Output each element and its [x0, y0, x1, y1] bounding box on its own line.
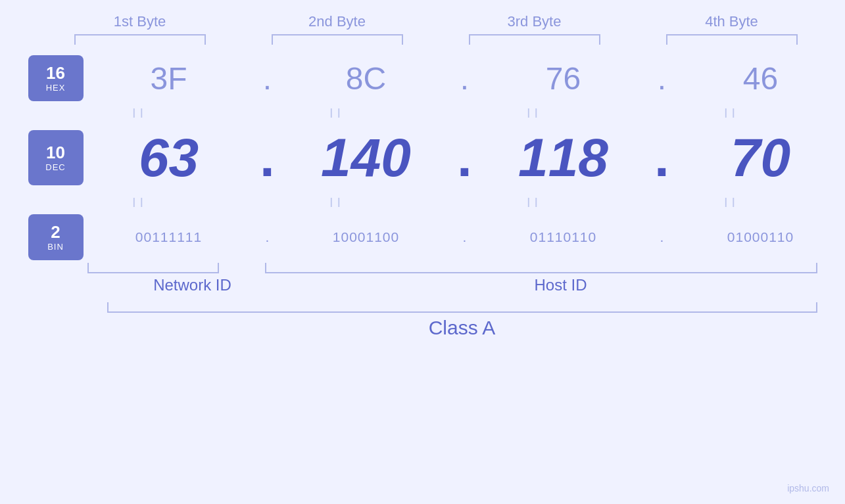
watermark: ipshu.com: [787, 483, 829, 493]
eq-dec-3: II: [449, 195, 620, 210]
eq-2: II: [252, 106, 423, 121]
dot-bin-2: .: [452, 229, 478, 245]
hex-byte-4: 46: [675, 60, 846, 97]
hex-byte-2: 8C: [281, 60, 452, 97]
bin-byte-3: 01110110: [478, 229, 649, 245]
hex-badge: 16 HEX: [28, 55, 84, 101]
bin-base-num: 2: [51, 223, 60, 242]
eq-1: II: [55, 106, 226, 121]
dec-base-num: 10: [46, 143, 65, 162]
dot-bin-1: .: [254, 229, 281, 245]
eq-3: II: [449, 106, 620, 121]
bin-byte-2: 10001100: [281, 229, 452, 245]
top-bracket-4: [666, 34, 798, 45]
dot-bin-3: .: [649, 229, 675, 245]
top-bracket-2: [272, 34, 403, 45]
eq-4: II: [646, 106, 817, 121]
dot-hex-2: .: [452, 60, 478, 97]
hex-byte-3: 76: [478, 60, 649, 97]
eq-dec-2: II: [252, 195, 423, 210]
dot-hex-3: .: [649, 60, 675, 97]
bin-byte-1: 00111111: [84, 229, 254, 245]
dec-byte-4: 70: [675, 127, 846, 189]
host-bracket: [265, 263, 817, 273]
top-bracket-3: [469, 34, 600, 45]
byte-header-1: 1st Byte: [55, 13, 226, 30]
dec-byte-2: 140: [281, 127, 452, 189]
byte-header-4: 4th Byte: [646, 13, 817, 30]
hex-base-lbl: HEX: [46, 83, 66, 93]
bin-byte-4: 01000110: [675, 229, 846, 245]
bin-base-lbl: BIN: [47, 242, 64, 252]
dec-byte-3: 118: [478, 127, 649, 189]
dot-dec-3: .: [649, 127, 675, 189]
class-a-label: Class A: [107, 317, 817, 339]
dec-byte-1: 63: [84, 127, 254, 189]
class-bracket: [107, 302, 817, 313]
network-id-label: Network ID: [107, 276, 278, 294]
host-id-label: Host ID: [304, 276, 817, 294]
dot-hex-1: .: [254, 60, 281, 97]
dec-badge: 10 DEC: [28, 130, 84, 185]
eq-dec-4: II: [646, 195, 817, 210]
network-bracket: [87, 263, 219, 273]
hex-byte-1: 3F: [84, 60, 254, 97]
dot-dec-1: .: [254, 127, 281, 189]
byte-header-3: 3rd Byte: [449, 13, 620, 30]
main-container: 1st Byte 2nd Byte 3rd Byte 4th Byte: [0, 0, 845, 504]
dec-base-lbl: DEC: [45, 162, 65, 172]
byte-header-2: 2nd Byte: [252, 13, 423, 30]
top-bracket-1: [74, 34, 206, 45]
dot-dec-2: .: [452, 127, 478, 189]
hex-base-num: 16: [46, 64, 65, 83]
eq-dec-1: II: [55, 195, 226, 210]
bin-badge: 2 BIN: [28, 214, 84, 260]
